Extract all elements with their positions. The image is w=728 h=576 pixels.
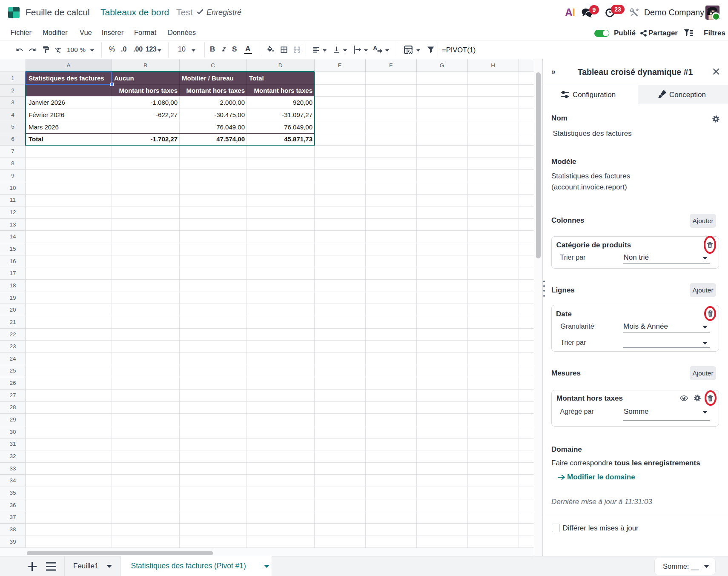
svg-text:A: A	[373, 45, 378, 52]
